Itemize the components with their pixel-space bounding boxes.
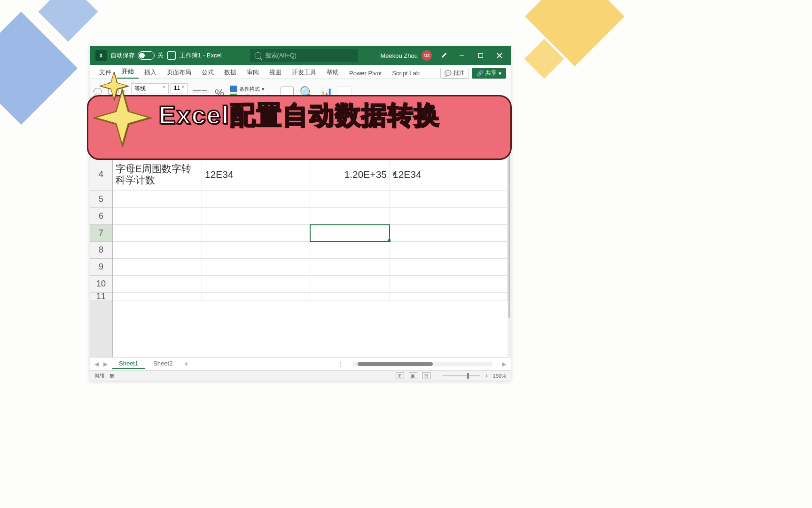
tab-视图[interactable]: 视图 <box>265 66 286 79</box>
cell[interactable] <box>113 225 202 241</box>
avatar: MZ <box>422 50 432 61</box>
zoom-out-button[interactable]: − <box>435 373 438 379</box>
horizontal-scrollbar[interactable] <box>353 362 492 366</box>
zoom-slider[interactable] <box>443 375 480 376</box>
search-box[interactable]: 搜索(Alt+Q) <box>250 49 358 62</box>
row-header[interactable]: 4 <box>90 158 112 191</box>
user-name: Meekou Zhou <box>381 52 418 59</box>
view-pagelayout-icon[interactable]: ▣ <box>409 373 417 379</box>
row-header[interactable]: 10 <box>90 276 112 293</box>
save-icon[interactable] <box>167 51 176 60</box>
cell[interactable] <box>390 259 508 275</box>
cell[interactable] <box>202 293 310 301</box>
cell[interactable] <box>113 259 202 275</box>
cell[interactable] <box>310 293 390 301</box>
hscroll-right-icon[interactable]: ▶ <box>502 361 506 367</box>
tab-公式[interactable]: 公式 <box>197 66 219 79</box>
row-header[interactable]: 8 <box>90 242 112 259</box>
status-bar: 就绪 ▦ ⊞ ▣ ⊟ − + 190% <box>90 370 511 381</box>
cell[interactable] <box>390 242 508 258</box>
minimize-button[interactable] <box>453 46 471 65</box>
pen-icon[interactable] <box>440 52 448 59</box>
tab-Power Pivot[interactable]: Power Pivot <box>344 68 386 79</box>
document-title: 工作簿1 - Excel <box>180 51 222 60</box>
tab-审阅[interactable]: 审阅 <box>242 66 264 79</box>
cell[interactable] <box>202 208 310 224</box>
cell[interactable]: 12E34 <box>202 158 310 190</box>
tab-开发工具[interactable]: 开发工具 <box>287 66 321 79</box>
cell[interactable] <box>310 242 390 258</box>
maximize-button[interactable] <box>471 46 490 65</box>
font-size-select[interactable]: 11 <box>171 83 187 94</box>
zoom-level[interactable]: 190% <box>493 373 506 379</box>
cell[interactable] <box>202 191 310 207</box>
sheet-tab-Sheet1[interactable]: Sheet1 <box>112 358 145 369</box>
cell[interactable] <box>113 276 202 292</box>
row-header[interactable]: 11 <box>90 293 112 301</box>
toggle-switch[interactable] <box>138 51 155 60</box>
cell[interactable] <box>390 191 508 207</box>
sparkle-icon-small <box>99 71 129 103</box>
share-button[interactable]: 🔗 共享 ▾ <box>472 68 506 79</box>
sheet-prev-icon[interactable]: ◀ <box>94 361 99 367</box>
tab-页面布局[interactable]: 页面布局 <box>162 66 196 79</box>
cell[interactable] <box>390 208 508 224</box>
hscroll-thumb[interactable] <box>358 362 433 366</box>
cell[interactable]: 12E34 <box>390 158 508 190</box>
cell[interactable] <box>202 259 310 275</box>
cell[interactable] <box>202 225 310 241</box>
autosave-state: 关 <box>157 51 164 60</box>
row-header[interactable]: 6 <box>90 208 112 225</box>
cell[interactable] <box>113 293 202 301</box>
view-normal-icon[interactable]: ⊞ <box>396 373 404 379</box>
tab-插入[interactable]: 插入 <box>140 66 161 79</box>
cell[interactable] <box>113 242 202 258</box>
tab-帮助[interactable]: 帮助 <box>322 66 344 79</box>
comments-button[interactable]: 💬 批注 <box>440 68 469 79</box>
cell[interactable] <box>390 293 508 301</box>
cell[interactable] <box>113 191 202 207</box>
search-placeholder: 搜索(Alt+Q) <box>265 51 297 60</box>
row-header[interactable]: 5 <box>90 191 112 208</box>
sheet-tabs-bar: ◀ ▶ Sheet1Sheet2 + ⋮ ▶ <box>90 357 511 370</box>
cell[interactable] <box>310 225 390 241</box>
sheet-tab-Sheet2[interactable]: Sheet2 <box>147 358 179 369</box>
user-account[interactable]: Meekou Zhou MZ <box>381 50 432 61</box>
cell[interactable] <box>390 225 508 241</box>
row-header[interactable]: 7 <box>90 225 112 242</box>
autosave-toggle[interactable]: 自动保存 关 <box>110 51 164 60</box>
ribbon-tabs: 文件开始插入页面布局公式数据审阅视图开发工具帮助Power PivotScrip… <box>90 65 511 79</box>
view-pagebreak-icon[interactable]: ⊟ <box>422 373 430 379</box>
cell[interactable]: 1.20E+35 <box>310 158 390 190</box>
cell[interactable] <box>310 208 390 224</box>
cell[interactable] <box>113 208 202 224</box>
add-sheet-button[interactable]: + <box>184 360 188 368</box>
row-header[interactable]: 9 <box>90 259 112 276</box>
excel-app-icon: X <box>95 50 107 61</box>
accessibility-icon[interactable]: ▦ <box>109 373 114 379</box>
cell[interactable] <box>310 191 390 207</box>
cell[interactable] <box>202 242 310 258</box>
deco-blue-2 <box>38 0 98 42</box>
search-icon <box>255 52 261 59</box>
close-button[interactable] <box>490 46 509 65</box>
tab-Script Lab[interactable]: Script Lab <box>387 68 424 79</box>
autosave-label: 自动保存 <box>110 51 135 60</box>
cell[interactable]: 字母E周围数字转科学计数 <box>113 158 202 190</box>
cell[interactable] <box>390 276 508 292</box>
cell[interactable] <box>310 276 390 292</box>
cell[interactable] <box>202 276 310 292</box>
zoom-in-button[interactable]: + <box>485 373 488 379</box>
title-bar: X 自动保存 关 工作簿1 - Excel 搜索(Alt+Q) Meekou Z… <box>90 46 511 65</box>
sheet-next-icon[interactable]: ▶ <box>103 361 108 367</box>
tab-数据[interactable]: 数据 <box>219 66 241 79</box>
cell[interactable] <box>310 259 390 275</box>
conditional-format-button[interactable]: 条件格式 ▾ <box>230 86 275 93</box>
status-ready: 就绪 <box>94 372 105 379</box>
banner-text: Excel配置自动数据转换 <box>158 98 440 133</box>
